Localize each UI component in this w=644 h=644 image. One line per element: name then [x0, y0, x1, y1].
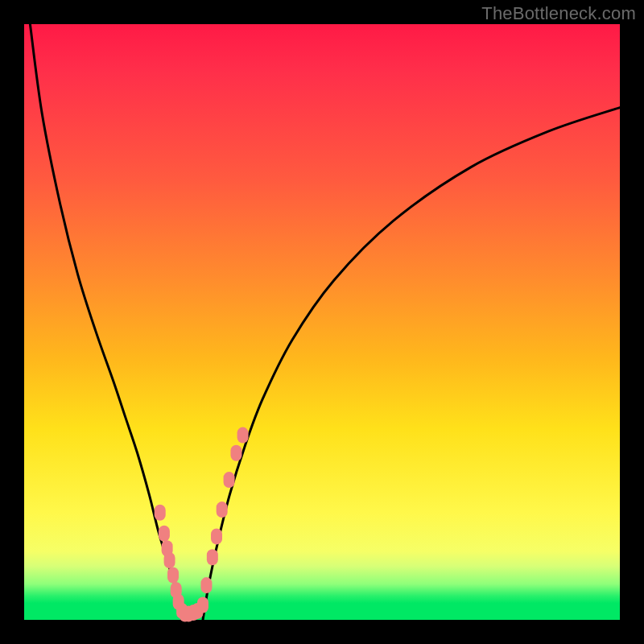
marker-dot [224, 472, 235, 488]
marker-dot [217, 502, 228, 518]
marker-dot [207, 549, 218, 565]
marker-dot [155, 505, 166, 521]
outer-frame: TheBottleneck.com [0, 0, 644, 644]
marker-dot [164, 552, 175, 568]
marker-dot [197, 597, 208, 613]
marker-dot-group [155, 427, 249, 622]
marker-dot [211, 528, 222, 544]
marker-dot [167, 568, 179, 584]
marker-dot [200, 577, 212, 593]
marker-dot [159, 526, 170, 542]
marker-dot [237, 427, 249, 444]
curve-right-branch [203, 108, 620, 620]
chart-overlay [24, 24, 620, 620]
marker-dot [230, 445, 242, 461]
watermark-text: TheBottleneck.com [481, 3, 636, 24]
